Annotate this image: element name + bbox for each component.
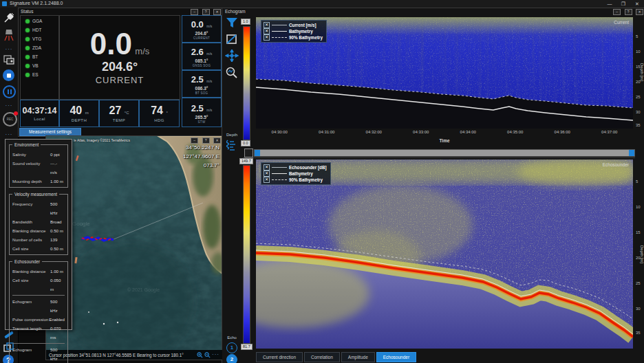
setting-label: Bandwidth (12, 217, 50, 226)
setting-row: Blanking distance0.50 m (12, 226, 65, 235)
bottom-colorbar-min: 81.7 (241, 344, 253, 350)
setting-value: Broad (50, 217, 65, 226)
legend-checkbox[interactable]: ✕ (264, 177, 270, 183)
google-watermark: © 2021 Google (127, 287, 160, 293)
setting-row: Echogram500 kHz (12, 345, 65, 363)
readout-unit: m/s (206, 24, 212, 28)
bottom-plot-legend: ✕Echosounder [dB] ✕Bathymetry ✕90% Bathy… (261, 162, 331, 185)
setting-value: 500 kHz (50, 345, 65, 363)
pause-button[interactable] (3, 85, 17, 98)
tile-unit: m (85, 111, 89, 115)
echogram-window: Echogram – ? ✕ Depth Echo 1 2 1 (222, 8, 644, 363)
tab-echosounder[interactable]: Echosounder (376, 352, 416, 362)
tile-depth[interactable]: 40 m DEPTH (59, 100, 99, 127)
depth-profile-icon[interactable] (224, 139, 240, 155)
status-minimize-button[interactable]: – (191, 9, 198, 15)
tile-local-time[interactable]: 04:37:14 Local (20, 100, 59, 127)
map-close-button[interactable]: ✕ (213, 138, 221, 144)
tile-hdg[interactable]: 74 ° HDG (139, 100, 180, 127)
zoom-data-icon[interactable] (224, 66, 240, 81)
status-help-button[interactable]: ? (202, 9, 210, 15)
green-dot-icon (25, 19, 30, 23)
legend-checkbox[interactable]: ✕ (264, 34, 270, 41)
setting-label: Mounting depth (12, 177, 50, 186)
time-tick: 04:35:00 (492, 130, 539, 134)
readout-stw[interactable]: 2.5 m/s 265.5° STW (182, 98, 222, 127)
map-window-controls: – ? ✕ (190, 138, 221, 150)
bottom-colorbar (243, 165, 250, 344)
close-button[interactable]: ✕ (630, 0, 644, 8)
setting-value: Enabled (49, 315, 65, 324)
divider (243, 157, 635, 158)
map-more-button[interactable]: ··· (212, 353, 219, 357)
tile-temp[interactable]: 27 °C TEMP (99, 100, 139, 127)
echogram-minimize-button[interactable]: – (613, 9, 621, 15)
zoom-in-icon[interactable] (197, 352, 203, 358)
tab-correlation[interactable]: Correlation (304, 352, 340, 362)
record-stop-button[interactable] (3, 69, 17, 81)
setting-row: Mounting depth1.00 m (12, 177, 65, 186)
legend-line-sample (272, 167, 287, 168)
toolbar-more-1[interactable]: ··· (2, 47, 16, 52)
legend-label: Bathymetry (289, 29, 313, 34)
zoom-out-icon[interactable] (204, 352, 211, 358)
rec-button[interactable]: REC (3, 112, 17, 126)
legend-checkbox[interactable]: ✕ (264, 22, 270, 28)
setting-label: Echogram (12, 297, 50, 315)
legend-checkbox[interactable]: ✕ (264, 164, 270, 170)
scrollbar-right-cap[interactable] (629, 150, 634, 156)
maximize-button[interactable]: ❐ (616, 0, 630, 8)
readout-gnss-sog[interactable]: 2.6 m/s 085.1° GNSS SOG (182, 43, 222, 70)
transducer-icon[interactable] (2, 28, 16, 45)
echogram-close-button[interactable]: ✕ (636, 9, 643, 15)
echo-view-2-button[interactable]: 2 (224, 354, 240, 363)
filter-funnel-icon[interactable] (224, 16, 240, 32)
legend-checkbox[interactable]: ✕ (264, 28, 270, 34)
main-current-readout: 0.0 m/s 204.6° CURRENT (59, 15, 180, 100)
probe-connect-icon[interactable] (2, 12, 16, 27)
toolbar-more-2[interactable]: ··· (2, 104, 16, 108)
scroll-widget[interactable] (244, 148, 253, 157)
echogram-help-button[interactable]: ? (625, 9, 632, 15)
time-scrollbar[interactable] (254, 149, 635, 157)
readout-current[interactable]: 0.0 m/s 204.6° CURRENT (182, 15, 222, 43)
setting-row: Cell size0.50 m (12, 244, 65, 253)
scrollbar-left-cap[interactable] (255, 150, 260, 156)
readout-value: 2.6 (191, 47, 204, 57)
tab-amplitude[interactable]: Amplitude (341, 352, 375, 362)
settings-group-velocity: Velocity measurement Frequency500 kHz Ba… (9, 194, 68, 255)
time-tick: 04:32:00 (350, 130, 398, 134)
legend-checkbox[interactable]: ✕ (264, 170, 270, 177)
depth-tools-label: Depth (224, 133, 240, 137)
legend-label: 90% Bathymetry (289, 177, 323, 182)
pan-icon[interactable] (224, 50, 240, 65)
screenshot-icon[interactable] (2, 54, 16, 68)
depth-tick: 25 (636, 95, 644, 99)
map-minimize-button[interactable]: – (191, 138, 198, 144)
depth-tick: 35 (636, 123, 644, 127)
window-title: Signature VM 2.1.2488.0 (10, 1, 63, 6)
setting-label: Salinity (12, 150, 50, 159)
setting-row: Echogram500 kHz (12, 297, 65, 315)
toolbar-more-3[interactable]: ··· (2, 133, 16, 137)
readout-bt-sog[interactable]: 2.5 m/s 086.3° BT SOG (182, 70, 222, 98)
scale-range-icon[interactable] (224, 33, 240, 48)
tab-current-direction[interactable]: Current direction (256, 352, 303, 362)
setting-row: Frequency500 kHz (12, 199, 65, 217)
indicator-zda: ZDA (25, 44, 58, 52)
top-depth-axis-label: Depth [m] (640, 63, 644, 81)
current-echogram-plot[interactable]: ✕Current [m/s] ✕Bathymetry ✕90% Bathymet… (256, 17, 633, 129)
time-tick: 04:31:00 (303, 130, 351, 134)
depth-tick: 35 (636, 331, 644, 335)
echosounder-plot[interactable]: ✕Echosounder [dB] ✕Bathymetry ✕90% Bathy… (256, 160, 633, 349)
minimize-button[interactable]: — (603, 0, 616, 8)
echosounder-image[interactable] (256, 160, 633, 349)
depth-tick: 25 (636, 281, 644, 285)
echo-view-1-button[interactable]: 1 (224, 342, 240, 353)
time-axis-label: Time (256, 138, 633, 143)
map-help-button[interactable]: ? (202, 138, 210, 144)
indicator-label: VTG (32, 36, 41, 41)
signal-indicator-panel: GGA HDT VTG ZDA BT VB ES (20, 15, 59, 100)
status-close-button[interactable]: ✕ (213, 9, 221, 15)
time-tick: 04:37:00 (586, 130, 634, 134)
